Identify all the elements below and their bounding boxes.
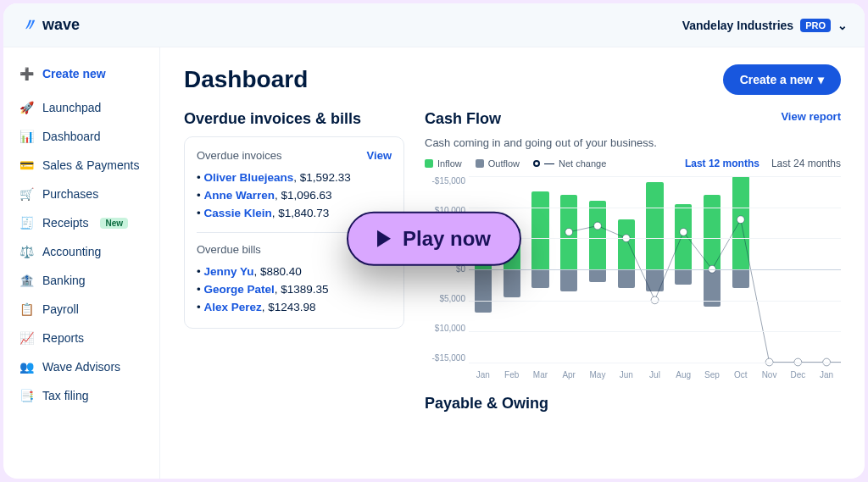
cashflow-subtitle: Cash coming in and going out of your bus… xyxy=(425,136,657,149)
wave-logo-icon: 〃 xyxy=(20,14,37,36)
chevron-down-icon: ⌄ xyxy=(837,19,848,32)
create-new-dropdown[interactable]: Create a new ▾ xyxy=(723,64,841,95)
customer-link[interactable]: Alex Perez xyxy=(203,301,261,313)
play-now-button[interactable]: Play now xyxy=(347,211,521,265)
account-switcher[interactable]: Vandelay Industries PRO ⌄ xyxy=(682,19,848,32)
pro-badge: PRO xyxy=(800,19,831,32)
create-new-label: Create new xyxy=(42,67,106,80)
play-icon xyxy=(377,230,391,247)
nav-icon: 📋 xyxy=(19,302,34,316)
sidebar-item-purchases[interactable]: 🛒Purchases xyxy=(3,180,159,208)
nav-icon: 🚀 xyxy=(19,101,34,114)
payable-title: Payable & Owing xyxy=(425,395,841,413)
sidebar-item-wave-advisors[interactable]: 👥Wave Advisors xyxy=(3,352,159,381)
customer-link[interactable]: Anne Warren xyxy=(203,189,275,202)
sidebar-item-accounting[interactable]: ⚖️Accounting xyxy=(3,237,159,266)
nav-icon: 🏦 xyxy=(19,274,34,287)
customer-link[interactable]: Oliver Bluejeans xyxy=(203,171,293,184)
inflow-swatch-icon xyxy=(425,159,433,168)
new-badge: New xyxy=(100,218,128,229)
brand-logo: 〃 wave xyxy=(20,14,80,36)
sidebar-item-launchpad[interactable]: 🚀Launchpad xyxy=(3,93,159,122)
nav-icon: 📈 xyxy=(19,331,34,345)
nav-icon: 💳 xyxy=(19,158,34,172)
view-overdue-invoices-link[interactable]: View xyxy=(367,149,392,162)
view-report-link[interactable]: View report xyxy=(781,110,841,123)
sidebar-item-banking[interactable]: 🏦Banking xyxy=(3,266,159,295)
plus-circle-icon: ➕ xyxy=(19,67,34,80)
brand-name: wave xyxy=(42,16,80,34)
range-24-months[interactable]: Last 24 months xyxy=(771,158,841,169)
sidebar-item-dashboard[interactable]: 📊Dashboard xyxy=(3,122,159,151)
sidebar: ➕ Create new 🚀Launchpad📊Dashboard💳Sales … xyxy=(3,47,160,479)
list-item: • Anne Warren, $1,096.63 xyxy=(197,186,392,204)
account-name: Vandelay Industries xyxy=(682,19,794,32)
sidebar-item-payroll[interactable]: 📋Payroll xyxy=(3,295,159,324)
sidebar-item-reports[interactable]: 📈Reports xyxy=(3,324,159,352)
nav-icon: 📊 xyxy=(19,130,34,143)
customer-link[interactable]: Cassie Klein xyxy=(203,207,271,219)
caret-down-icon: ▾ xyxy=(818,73,824,86)
outflow-swatch-icon xyxy=(476,159,484,168)
main-content: Dashboard Create a new ▾ Overdue invoice… xyxy=(160,47,865,479)
list-item: • George Patel, $1389.35 xyxy=(197,280,392,298)
cashflow-chart: -$15,000$10,000$5,000$0$5,000$10,000-$15… xyxy=(425,176,841,380)
range-toggle: Last 12 months Last 24 months xyxy=(685,158,841,169)
list-item: • Alex Perez, $1243.98 xyxy=(197,298,392,316)
netchange-dot-icon xyxy=(533,160,540,167)
nav-icon: 🛒 xyxy=(19,187,34,201)
nav-icon: 🧾 xyxy=(19,216,34,230)
sidebar-item-receipts[interactable]: 🧾ReceiptsNew xyxy=(3,208,159,237)
top-header: 〃 wave Vandelay Industries PRO ⌄ xyxy=(3,3,865,47)
chart-legend: Inflow Outflow Net change xyxy=(425,158,606,169)
list-item: • Jenny Yu, $880.40 xyxy=(197,263,392,280)
nav-icon: 📑 xyxy=(19,389,34,402)
page-title: Dashboard xyxy=(184,66,308,93)
range-12-months[interactable]: Last 12 months xyxy=(685,158,760,169)
sidebar-item-tax-filing[interactable]: 📑Tax filing xyxy=(3,381,159,410)
overdue-invoices-label: Overdue invoices xyxy=(197,149,281,162)
sidebar-item-sales-payments[interactable]: 💳Sales & Payments xyxy=(3,151,159,180)
overdue-title: Overdue invoices & bills xyxy=(184,110,404,128)
list-item: • Oliver Bluejeans, $1,592.33 xyxy=(197,169,392,186)
customer-link[interactable]: Jenny Yu xyxy=(203,265,253,278)
nav-icon: ⚖️ xyxy=(19,245,34,258)
overdue-bills-label: Overdue bills xyxy=(197,243,261,256)
customer-link[interactable]: George Patel xyxy=(203,283,274,296)
create-new-button[interactable]: ➕ Create new xyxy=(3,59,159,88)
cashflow-title: Cash Flow xyxy=(425,110,657,128)
nav-icon: 👥 xyxy=(19,360,34,374)
